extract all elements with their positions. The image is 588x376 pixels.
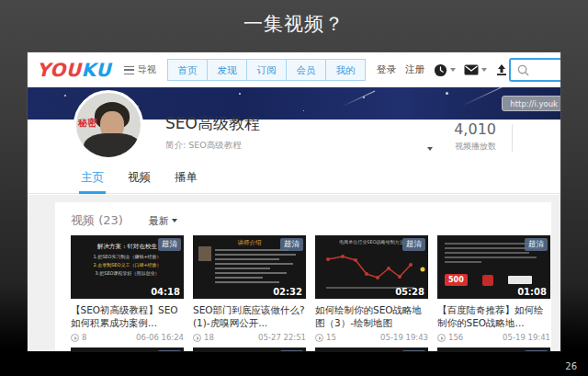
mail-icon xyxy=(464,64,479,75)
history-icon xyxy=(434,63,447,77)
thumb-text-line: 3.把SEO课程学好（用以创业） xyxy=(95,270,159,276)
hd-badge: 超清 xyxy=(525,238,548,251)
logo-ku: KU xyxy=(82,59,111,81)
slide: 一集视频？ YOUKU 导视 首页 发现 订阅 会员 我的 登录 注册 xyxy=(0,0,588,376)
hd-badge: 超清 xyxy=(280,238,303,251)
video-thumbnail[interactable]: 超清 xyxy=(437,348,550,351)
hd-badge: 超清 xyxy=(525,350,548,351)
messages-menu[interactable] xyxy=(464,64,487,75)
channel-intro: 简介: SEO高级教程 xyxy=(165,140,242,152)
videos-section-title: 视频 (23) xyxy=(71,212,123,229)
video-thumbnail[interactable]: 超清 xyxy=(315,348,428,351)
top-navbar: YOUKU 导视 首页 发现 订阅 会员 我的 登录 注册 xyxy=(28,52,560,87)
video-duration: 02:32 xyxy=(273,287,302,297)
thumb-photo xyxy=(198,246,211,261)
chevron-down-icon xyxy=(481,68,487,72)
red-square-logo xyxy=(482,275,493,286)
video-date: 05-27 22:51 xyxy=(258,333,306,342)
logo-500: 500 xyxy=(445,274,468,286)
menu-label: 导视 xyxy=(138,63,156,76)
search-icon xyxy=(517,64,529,76)
chevron-down-icon xyxy=(450,68,456,72)
hd-badge: 超清 xyxy=(402,350,425,351)
channel-name: SEO高级教程 xyxy=(165,113,260,134)
hamburger-icon xyxy=(124,66,134,74)
upload-icon xyxy=(495,63,508,76)
nav-item-discover[interactable]: 发现 xyxy=(207,59,247,81)
chevron-down-icon xyxy=(172,219,177,222)
video-duration: 04:18 xyxy=(151,287,180,297)
register-link[interactable]: 注册 xyxy=(405,63,424,76)
search-input[interactable] xyxy=(509,58,560,82)
sort-dropdown[interactable]: 最新 xyxy=(149,214,177,228)
slide-title: 一集视频？ xyxy=(0,11,588,37)
video-thumbnail[interactable]: 电商单位行业SEO战略绘制方法 超清 05:2 xyxy=(315,235,428,299)
video-thumbnail[interactable]: 超清 xyxy=(71,348,184,351)
video-title[interactable]: SEO部门到底应该做什么?(1)-虎嗅网公开... xyxy=(193,303,306,330)
channel-content: 视频 (23) 最新 解决方案：针对在校生 1.把SEO实习制全（赚钱+经验） … xyxy=(28,195,560,351)
tab-playlists[interactable]: 播单 xyxy=(175,164,198,194)
thumb-line-chart xyxy=(315,246,428,292)
video-card: 500 超清 01:08 【百度陆奇推荐】如何绘制你的SEO战略地... 156… xyxy=(437,235,550,342)
video-duration: 01:08 xyxy=(517,287,547,297)
video-thumbnail[interactable]: 讲师介绍 超清 02:32 xyxy=(193,235,306,299)
channel-stats: 4,010 视频播放数 xyxy=(413,120,496,153)
play-icon xyxy=(437,334,446,342)
tab-home[interactable]: 主页 xyxy=(81,164,104,194)
video-card: 解决方案：针对在校生 1.把SEO实习制全（赚钱+经验） 2.去录制SEO义工（… xyxy=(71,235,184,342)
video-thumbnail[interactable]: 解决方案：针对在校生 1.把SEO实习制全（赚钱+经验） 2.去录制SEO义工（… xyxy=(71,235,184,299)
video-date: 05-19 19:43 xyxy=(380,333,428,342)
youku-page-screenshot: YOUKU 导视 首页 发现 订阅 会员 我的 登录 注册 xyxy=(28,52,560,351)
tab-videos[interactable]: 视频 xyxy=(128,164,151,194)
hd-badge: 超清 xyxy=(402,238,425,251)
play-icon xyxy=(193,334,201,342)
video-grid-row1: 解决方案：针对在校生 1.把SEO实习制全（赚钱+经验） 2.去录制SEO义工（… xyxy=(55,235,551,342)
auth-links: 登录 注册 xyxy=(377,63,434,76)
channel-tabs: 主页 视频 播单 xyxy=(28,164,560,194)
play-count-label: 视频播放数 xyxy=(413,141,496,153)
video-thumbnail[interactable]: 超清 xyxy=(193,348,306,351)
white-pill-logo xyxy=(508,276,532,284)
thumb-text-line: 1.把SEO实习制全（赚钱+经验） xyxy=(93,254,161,259)
sort-label: 最新 xyxy=(149,214,169,228)
hd-badge: 超清 xyxy=(158,350,181,351)
thumb-text-line: 2.去录制SEO义工（口碑+经验） xyxy=(93,262,161,268)
video-play-count: 156 xyxy=(437,333,463,342)
nav-item-home[interactable]: 首页 xyxy=(167,59,208,81)
video-thumbnail[interactable]: 500 超清 01:08 xyxy=(437,235,550,299)
slide-page-number: 26 xyxy=(565,361,577,371)
video-title[interactable]: 【SEO初高级教程】SEO如何积累成功案例... xyxy=(71,303,184,330)
nav-menu-toggle[interactable]: 导视 xyxy=(124,63,156,76)
stats-divider xyxy=(512,124,513,152)
login-link[interactable]: 登录 xyxy=(377,63,396,76)
thumb-logos: 500 xyxy=(445,274,532,286)
video-date: 06-06 16:24 xyxy=(136,333,184,342)
logo-you: YOU xyxy=(37,59,82,81)
video-play-count: 18 xyxy=(193,333,214,342)
video-card: 讲师介绍 超清 02:32 xyxy=(193,235,306,342)
video-grid-row2: 超清 超清 超清 超清 xyxy=(55,348,551,351)
video-play-count: 15 xyxy=(315,333,336,342)
hd-badge: 超清 xyxy=(158,238,181,251)
video-card: 电商单位行业SEO战略绘制方法 超清 05:2 xyxy=(315,235,428,342)
video-play-count: 8 xyxy=(71,333,86,342)
play-icon xyxy=(71,334,79,342)
video-title[interactable]: 如何绘制你的SEO战略地图（3）-绘制地图 xyxy=(315,303,428,330)
videos-panel: 视频 (23) 最新 解决方案：针对在校生 1.把SEO实习制全（赚钱+经验） … xyxy=(55,202,551,351)
nav-item-subscriptions[interactable]: 订阅 xyxy=(246,59,287,81)
nav-item-vip[interactable]: 会员 xyxy=(286,59,326,81)
hd-badge: 超清 xyxy=(280,350,303,351)
channel-url-badge[interactable]: http://i.youk xyxy=(502,96,560,111)
history-menu[interactable] xyxy=(434,63,456,77)
video-duration: 05:28 xyxy=(395,287,424,297)
channel-avatar[interactable]: 秘密 xyxy=(74,90,143,160)
play-icon xyxy=(315,334,323,342)
nav-item-mine[interactable]: 我的 xyxy=(325,59,366,81)
youku-logo[interactable]: YOUKU xyxy=(37,59,111,81)
play-count-value: 4,010 xyxy=(413,120,496,138)
nav-pills: 首页 发现 订阅 会员 我的 xyxy=(168,59,366,81)
avatar-overlay-text: 秘密 xyxy=(78,117,96,130)
video-date: 05-19 19:41 xyxy=(503,333,550,342)
video-title[interactable]: 【百度陆奇推荐】如何绘制你的SEO战略地... xyxy=(437,303,550,330)
